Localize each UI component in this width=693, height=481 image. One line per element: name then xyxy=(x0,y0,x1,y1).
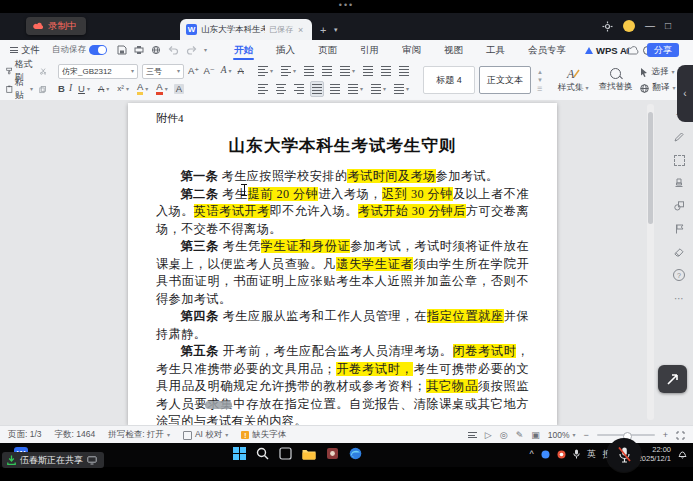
document-paragraph[interactable]: 第五条 开考前，考生应配合监考人员清理考场。闭卷考试时，考生只准携带必要的文具用… xyxy=(156,343,529,425)
taskbar-search-icon[interactable] xyxy=(256,447,269,460)
align-right-button[interactable] xyxy=(292,83,306,95)
tab-close-icon[interactable]: × xyxy=(298,25,303,35)
indent-increase-button[interactable] xyxy=(320,65,334,77)
page-indicator[interactable]: 页面: 1/3 xyxy=(8,429,42,441)
increase-font-button[interactable]: A⁺ xyxy=(188,66,199,76)
minimize-icon[interactable]: — xyxy=(645,21,655,31)
menu-tab-工具[interactable]: 工具 xyxy=(475,40,516,60)
more-tools-icon[interactable]: ⋯ xyxy=(673,292,685,304)
print-icon[interactable] xyxy=(134,45,144,55)
share-button[interactable]: 分享 xyxy=(647,43,679,57)
file-menu[interactable]: 文件 xyxy=(10,44,40,57)
style-gallery-more-icon[interactable]: ☰ xyxy=(537,85,543,92)
meeting-more-options[interactable]: ••• xyxy=(0,0,693,10)
settings-gear-icon[interactable] xyxy=(602,21,613,32)
zoom-out-button[interactable]: − xyxy=(583,431,588,440)
outline-view-icon[interactable] xyxy=(468,430,477,440)
zoom-in-button[interactable]: + xyxy=(663,431,668,440)
help-icon[interactable]: ? xyxy=(673,269,685,281)
find-replace-button[interactable]: 查找替换 xyxy=(593,60,637,100)
screen-sharing-badge[interactable]: 伍春斯正在共享 xyxy=(2,452,104,468)
task-view-icon[interactable] xyxy=(279,447,292,460)
ime-language-indicator[interactable]: 英 xyxy=(587,448,596,461)
read-mode-icon[interactable]: ▷ xyxy=(485,431,492,440)
select-region-icon[interactable] xyxy=(673,154,685,166)
menu-tab-引用[interactable]: 引用 xyxy=(349,40,390,60)
line-spacing-button[interactable]: ▾ xyxy=(346,83,365,95)
style-option[interactable]: 标题 4 xyxy=(423,66,475,94)
text-effects-button[interactable]: A▾ xyxy=(219,66,234,76)
edit-mode-icon[interactable]: ✎ xyxy=(516,431,524,440)
edge-browser-icon[interactable] xyxy=(349,447,362,460)
scrollbar-thumb[interactable] xyxy=(648,112,653,224)
notification-icon[interactable] xyxy=(678,449,687,459)
align-left-button[interactable] xyxy=(256,83,270,95)
cloud-sync-icon[interactable] xyxy=(626,46,639,55)
word-count[interactable]: 字数: 1464 xyxy=(55,429,96,441)
web-layout-icon[interactable]: ▣ xyxy=(531,431,540,440)
font-name-select[interactable]: 仿宋_GB2312 ▾ xyxy=(58,64,138,79)
quick-access-caret-icon[interactable]: ▾ xyxy=(204,47,207,53)
new-tab-button[interactable]: + xyxy=(320,24,326,36)
document-page[interactable]: 附件4 山东大学本科生考试考生守则 第一条 考生应按照学校安排的考试时间及考场参… xyxy=(128,103,557,425)
clear-format-icon[interactable]: A xyxy=(238,66,244,76)
menu-tab-会员专享[interactable]: 会员专享 xyxy=(517,40,577,60)
pen-icon[interactable] xyxy=(673,131,685,143)
character-shading-icon[interactable]: A xyxy=(174,84,184,94)
align-distribute-button[interactable] xyxy=(328,83,342,95)
taskbar-clock[interactable]: 22:00 2025/12/1 xyxy=(638,445,671,463)
vertical-scrollbar[interactable] xyxy=(647,104,654,420)
superscript-button[interactable]: x²▾ xyxy=(115,85,131,93)
zoom-slider[interactable] xyxy=(597,434,655,436)
menu-tab-插入[interactable]: 插入 xyxy=(265,40,306,60)
user-avatar[interactable] xyxy=(623,20,635,32)
meeting-mic-muted-overlay[interactable] xyxy=(607,438,641,472)
shapes-icon[interactable] xyxy=(673,200,685,212)
paste-button[interactable]: 粘贴 ▾ xyxy=(4,76,35,102)
font-color-button[interactable]: A▾ xyxy=(154,83,169,95)
italic-button[interactable]: I xyxy=(69,84,72,94)
text-direction-button[interactable]: ▾ xyxy=(338,65,357,77)
indent-decrease-button[interactable] xyxy=(302,65,316,77)
flag-icon[interactable] xyxy=(673,223,685,235)
start-button-icon[interactable] xyxy=(233,447,246,460)
font-size-select[interactable]: 三号 ▾ xyxy=(142,64,184,79)
text-wrap-button[interactable] xyxy=(397,65,411,77)
align-justify-button[interactable] xyxy=(310,81,324,97)
menu-tab-页面[interactable]: 页面 xyxy=(307,40,348,60)
select-tool-button[interactable]: 选择▾ xyxy=(640,66,675,79)
document-paragraph[interactable]: 第一条 考生应按照学校安排的考试时间及考场参加考试。 xyxy=(156,168,529,186)
app-shortcut-icon[interactable] xyxy=(326,447,339,460)
print-layout-icon[interactable]: ◎ xyxy=(500,431,508,440)
style-scroll-down-icon[interactable]: ▼ xyxy=(537,77,543,83)
paragraph-mark-button[interactable] xyxy=(361,65,375,77)
sort-button[interactable] xyxy=(379,65,393,77)
spellcheck-status[interactable]: 拼写检查: 打开▾ xyxy=(108,429,170,441)
undo-icon[interactable] xyxy=(168,45,179,55)
menu-tab-视图[interactable]: 视图 xyxy=(433,40,474,60)
autosave-control[interactable]: 自动保存 xyxy=(52,44,107,56)
bold-button[interactable]: B xyxy=(58,84,65,94)
cut-icon[interactable] xyxy=(40,67,47,76)
document-paragraph[interactable]: 第四条 考生应服从监考和工作人员管理，在指定位置就座并保持肃静。 xyxy=(156,308,529,343)
fit-page-icon[interactable] xyxy=(676,431,685,440)
underline-button[interactable]: U▾ xyxy=(76,84,92,94)
align-center-button[interactable] xyxy=(274,83,288,95)
zoom-level[interactable]: 100%▾ xyxy=(548,430,576,440)
ai-proofread-toggle[interactable]: AI 校对▾ xyxy=(183,429,228,441)
document-tab[interactable]: W 山东大学本科生考试... 已保存 × xyxy=(180,19,312,40)
highlight-color-button[interactable]: A▾ xyxy=(135,83,150,95)
autosave-toggle[interactable] xyxy=(89,45,107,55)
stamp-icon[interactable] xyxy=(673,177,685,189)
style-set-button[interactable]: A 样式集▾ xyxy=(553,60,594,100)
annotation-launcher-button[interactable] xyxy=(658,365,687,393)
menu-tab-开始[interactable]: 开始 xyxy=(223,40,264,60)
borders-button[interactable]: ▾ xyxy=(392,83,411,95)
tray-mic-icon[interactable] xyxy=(573,449,580,459)
tray-app-color-icon[interactable] xyxy=(557,450,566,459)
menu-tab-审阅[interactable]: 审阅 xyxy=(391,40,432,60)
eraser-icon[interactable] xyxy=(673,246,685,258)
tray-app-blue-icon[interactable] xyxy=(541,450,550,459)
tab-list-caret-icon[interactable]: ▾ xyxy=(334,26,338,34)
bullets-button[interactable]: ▾ xyxy=(256,65,275,77)
